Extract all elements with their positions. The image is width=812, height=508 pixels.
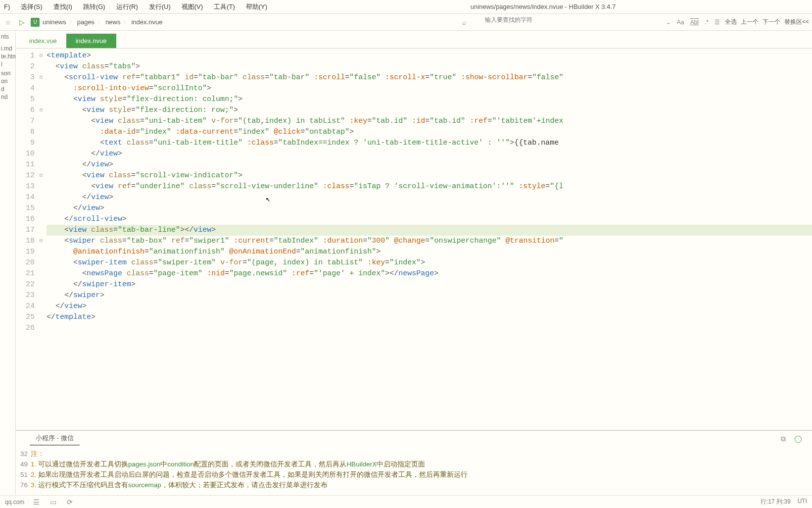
menu-run[interactable]: 运行(R) xyxy=(114,1,140,12)
file-item[interactable]: on xyxy=(1,77,14,85)
fold-toggle xyxy=(38,301,45,312)
code-line[interactable]: </view> xyxy=(47,301,812,312)
code-line[interactable]: </view> xyxy=(47,159,812,170)
crumb-1[interactable]: pages xyxy=(77,18,95,26)
code-line[interactable]: @animationfinish="animationfinish" @onAn… xyxy=(47,247,812,257)
copy-icon[interactable]: ⧉ xyxy=(778,434,788,444)
code-line[interactable]: :scroll-into-view="scrollInto"> xyxy=(47,83,812,94)
code-line[interactable]: <scroll-view ref="tabbar1" id="tab-bar" … xyxy=(47,72,812,83)
code-line[interactable]: </view> xyxy=(47,203,812,214)
list-icon[interactable]: ☰ xyxy=(714,19,721,26)
code-line[interactable]: </template> xyxy=(47,312,812,323)
code-line[interactable]: <view ref="underline" class="scroll-view… xyxy=(47,181,812,192)
prev-button[interactable]: 上一个 xyxy=(741,18,759,26)
code-line[interactable]: <view class="tab-bar-line"></view> xyxy=(47,225,812,236)
menu-bar: F) 选择(S) 查找(I) 跳转(G) 运行(R) 发行(U) 视图(V) 工… xyxy=(0,0,812,14)
code-editor[interactable]: 1234567891011121314151617181920212223242… xyxy=(16,49,812,430)
fold-toggle[interactable]: ⊟ xyxy=(38,105,45,116)
crumb-0[interactable]: uninews xyxy=(43,18,66,26)
fold-toggle[interactable]: ⊟ xyxy=(38,72,45,83)
code-line[interactable]: </view> xyxy=(47,192,812,203)
status-icon-1[interactable]: ☰ xyxy=(31,497,41,507)
breadcrumb: U uninews 〉 pages 〉 news 〉 index.nvue xyxy=(31,18,162,27)
fold-toggle xyxy=(38,247,45,257)
file-item[interactable]: son xyxy=(1,69,14,77)
console-panel: 小程序 - 微信 ⧉ ◯ 32注：491. 可以通过微信开发者工具切换pages… xyxy=(16,430,812,495)
console-output[interactable]: 32注：491. 可以通过微信开发者工具切换pages.json中conditi… xyxy=(16,447,812,495)
main-area: ntsi.mdte.htmllsonondnd index.vueindex.n… xyxy=(0,31,812,495)
menu-publish[interactable]: 发行(U) xyxy=(147,1,173,12)
toolbar: ☆ ▷ U uninews 〉 pages 〉 news 〉 index.nvu… xyxy=(0,14,812,31)
code-line[interactable]: <view class="uni-tab-item" v-for="(tab,i… xyxy=(47,116,812,127)
menu-select[interactable]: 选择(S) xyxy=(19,1,44,12)
code-line[interactable]: <view style="flex-direction: row;"> xyxy=(47,105,812,116)
fold-toggle xyxy=(38,61,45,72)
match-case-toggle[interactable]: Aa xyxy=(676,19,685,26)
file-item[interactable]: nd xyxy=(1,93,14,101)
status-icon-2[interactable]: ▭ xyxy=(48,497,58,507)
fold-toggle xyxy=(38,323,45,334)
status-encoding: UTI xyxy=(798,498,807,506)
fold-toggle xyxy=(38,214,45,225)
menu-view[interactable]: 视图(V) xyxy=(180,1,205,12)
fold-toggle xyxy=(38,225,45,236)
file-item[interactable]: d xyxy=(1,85,14,93)
code-line[interactable]: <view class="tabs"> xyxy=(47,61,812,72)
crumb-3[interactable]: index.nvue xyxy=(131,18,162,26)
code-line[interactable]: <swiper-item class="swiper-item" v-for="… xyxy=(47,257,812,268)
status-bar: qq.com ☰ ▭ ⟳ 行:17 列:39 UTI xyxy=(0,495,812,508)
file-explorer[interactable]: ntsi.mdte.htmllsonondnd xyxy=(0,31,16,495)
code-line[interactable]: </swiper> xyxy=(47,290,812,301)
file-item[interactable]: te.html xyxy=(1,52,14,60)
crumb-2[interactable]: news xyxy=(105,18,120,26)
fold-toggle[interactable]: ⊟ xyxy=(38,170,45,181)
code-line[interactable]: <text class="uni-tab-item-title" :class=… xyxy=(47,138,812,149)
file-item[interactable]: i.md xyxy=(1,45,14,52)
stop-icon[interactable]: ◯ xyxy=(793,434,803,444)
code-line[interactable]: <template> xyxy=(47,51,812,61)
chevron-down-icon[interactable]: ⌄ xyxy=(665,19,672,26)
editor-tabs: index.vueindex.nvue xyxy=(16,31,812,49)
code-line[interactable]: <view style="flex-direction: column;"> xyxy=(47,94,812,105)
editor-tab[interactable]: index.nvue xyxy=(66,34,116,48)
code-line[interactable]: <swiper class="tab-box" ref="swiper1" :c… xyxy=(47,236,812,247)
search-icon[interactable]: ⌕ xyxy=(459,17,469,27)
console-line: 512. 如果出现微信开发者工具启动后白屏的问题，检查是否启动多个微信开发者工具… xyxy=(16,469,807,480)
whole-word-toggle[interactable]: Abl xyxy=(689,19,700,26)
editor-tab[interactable]: index.vue xyxy=(20,34,66,48)
code-line[interactable]: <view class="scroll-view-indicator"> xyxy=(47,170,812,181)
code-line[interactable]: </scroll-view> xyxy=(47,214,812,225)
next-button[interactable]: 下一个 xyxy=(763,18,780,26)
menu-goto[interactable]: 跳转(G) xyxy=(81,1,107,12)
regex-toggle[interactable]: .* xyxy=(704,19,710,26)
play-icon[interactable]: ▷ xyxy=(17,17,27,27)
code-line[interactable]: </swiper-item> xyxy=(47,279,812,290)
file-item[interactable]: l xyxy=(1,60,14,68)
code-line[interactable]: <newsPage class="page-item" :nid="page.n… xyxy=(47,268,812,279)
replace-toggle[interactable]: 替换区<< xyxy=(784,18,809,26)
code-content[interactable]: <template> <view class="tabs"> <scroll-v… xyxy=(45,49,812,430)
fold-toggle xyxy=(38,279,45,290)
fold-toggle xyxy=(38,149,45,159)
search-input[interactable] xyxy=(485,16,657,23)
star-icon[interactable]: ☆ xyxy=(3,17,13,27)
menu-find[interactable]: 查找(I) xyxy=(51,1,74,12)
code-line[interactable] xyxy=(47,323,812,334)
menu-file[interactable]: F) xyxy=(2,2,12,11)
fold-toggle xyxy=(38,83,45,94)
menu-tool[interactable]: 工具(T) xyxy=(212,1,237,12)
code-line[interactable]: :data-id="index" :data-current="index" @… xyxy=(47,127,812,138)
status-line-col: 行:17 列:39 xyxy=(761,498,791,506)
file-item[interactable]: nts xyxy=(1,33,14,41)
console-tab-wechat[interactable]: 小程序 - 微信 xyxy=(30,432,80,446)
status-icon-3[interactable]: ⟳ xyxy=(65,497,75,507)
console-tabs: 小程序 - 微信 ⧉ ◯ xyxy=(16,431,812,447)
menu-help[interactable]: 帮助(Y) xyxy=(244,1,269,12)
search-input-wrap xyxy=(473,16,661,28)
code-line[interactable]: </view> xyxy=(47,149,812,159)
select-all-button[interactable]: 全选 xyxy=(725,18,737,26)
fold-column: ⊟⊟⊟⊟⊟ xyxy=(38,49,45,430)
fold-toggle xyxy=(38,138,45,149)
fold-toggle[interactable]: ⊟ xyxy=(38,236,45,247)
fold-toggle[interactable]: ⊟ xyxy=(38,51,45,61)
